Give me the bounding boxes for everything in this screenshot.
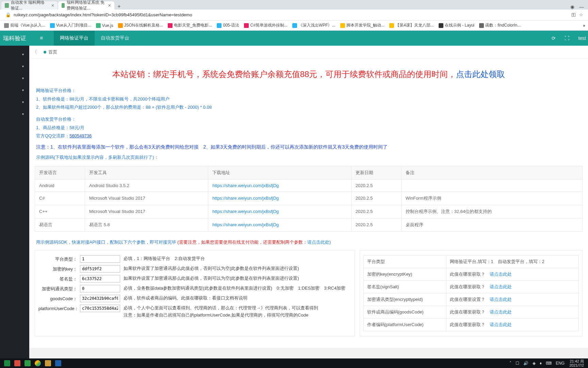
bookmark-item[interactable]: 【第4课】天龙八部... — [388, 22, 435, 29]
table-header: 更新日期 — [351, 166, 401, 179]
refresh-icon[interactable]: ⟳ — [552, 35, 556, 41]
field-label: 加密码通讯类型： — [38, 285, 80, 292]
table-header: 开发语言 — [35, 166, 85, 179]
back-icon[interactable]: 〈 — [32, 49, 40, 55]
field-hint: 必填，个人中心里面可以查看得到。代理商的话，那么在：代理管理→》代理商列表，可以… — [124, 305, 351, 319]
brand-logo: 瑞科验证 — [0, 34, 29, 42]
pricing-network: 网络验证平台价格： 1、软件价格是：88元/月，不限生成卡密和账号，共2000个… — [29, 87, 588, 112]
field-hint: 必填，1：网络验证平台 2:自动发货平台 — [124, 255, 351, 262]
browser-tab[interactable]: 瑞科网络验证系统 免费网络验证... × — [58, 1, 114, 10]
table-row: C++Microsoft Visual Studio 2017https://s… — [35, 205, 583, 218]
field-label: platformUserCode： — [38, 305, 80, 312]
url-text[interactable]: ruikeyz.com/page/backstage/index.html?to… — [14, 12, 192, 17]
bookmark-item[interactable]: 前端《Vue.js从入... — [3, 22, 47, 29]
bookmark-item[interactable]: 在线示例 - Layui — [437, 22, 476, 29]
table-row: C#Microsoft Visual Studio 2017https://sh… — [35, 191, 583, 205]
minimize-icon[interactable]: — — [579, 4, 584, 10]
user-icon[interactable]: ◉ — [570, 4, 574, 10]
sdk-instructions: 用示例源码SDK，快速对接API接口，配制以下六个参数，即可对接完毕 (需要注意… — [29, 234, 588, 250]
browser-tab-strip: 自动发卡 瑞科网络验证... × 瑞科网络验证系统 免费网络验证... × + … — [0, 0, 588, 10]
bookmark-item[interactable]: Vue从入门到项目... — [49, 22, 93, 29]
nav-auto-ship[interactable]: 自动发货平台 — [95, 31, 135, 46]
key-icon[interactable]: ⚿ — [571, 12, 576, 17]
field-label: goodsCode： — [38, 295, 80, 302]
main-panel: 〈 首页 本站促销：绑定手机号，系统会免费给账户余额充值88元，可用于续费软件或… — [29, 46, 588, 358]
page-tabbar: 〈 首页 — [29, 46, 588, 59]
param-form: 平台类型：必填，1：网络验证平台 2:自动发货平台加密的key：如果软件设置了加… — [35, 250, 355, 336]
chevron-down-icon[interactable]: ▾ — [0, 108, 29, 120]
ref-link[interactable]: 请点击此处 — [490, 272, 512, 277]
fullscreen-icon[interactable]: ⛶ — [565, 35, 569, 41]
app-header: 瑞科验证 ≡ 网络验证平台 自动发货平台 ⟳ ⛶ test — [0, 31, 588, 46]
field-hint: 如果软件设置了加密通讯那么此值必填，否则可以为空(此参数是在软件列表里面进行设置… — [124, 265, 351, 272]
table-row: 作者编码(platformUserCode)此值在哪里获取？ 请点击此处 — [363, 318, 578, 331]
chevron-down-icon[interactable]: ▾ — [0, 96, 29, 108]
table-row: 加密的key(encryptKey)此值在哪里获取？ 请点击此处 — [363, 268, 578, 280]
close-icon[interactable]: × — [108, 3, 111, 8]
close-icon[interactable]: × — [51, 3, 54, 8]
table-row: 软件或商品编码(goodsCode)此值在哪里获取？ 请点击此处 — [363, 306, 578, 318]
bookmark-item[interactable]: 《深入浅出WPF》... — [291, 22, 337, 29]
tab-title: 瑞科网络验证系统 免费网络验证... — [67, 0, 105, 11]
hamburger-icon[interactable]: ≡ — [29, 31, 54, 46]
new-tab-button[interactable]: + — [115, 3, 123, 10]
param-input[interactable] — [80, 255, 120, 263]
download-link[interactable]: https://share.weiyun.com/jxBsfjDg — [212, 196, 279, 201]
bookmark-item[interactable]: C#简单游戏外挂制... — [243, 22, 289, 29]
ref-link[interactable]: 请点击此处 — [490, 309, 512, 315]
table-header: 备注 — [401, 166, 582, 179]
source-note: 示例源码(下载地址如果没显示内容，多刷新几次页面就行了)： — [29, 152, 588, 163]
sidebar: ▾ ▾ ▾ ▾ ▾ ▾ — [0, 46, 29, 358]
nav-network-verify[interactable]: 网络验证平台 — [54, 31, 95, 46]
field-hint: 必填，业务数据data参数加密码通讯类型(此参数是在软件列表里面进行设置) 0:… — [124, 285, 351, 292]
star-icon[interactable]: ☆ — [579, 12, 583, 17]
param-input[interactable] — [80, 275, 120, 282]
tab-home[interactable]: 首页 — [40, 48, 61, 57]
promo-banner: 本站促销：绑定手机号，系统会免费给账户余额充值88元，可用于续费软件或商品的使用… — [29, 63, 588, 87]
lock-icon: 🔒 — [5, 12, 11, 17]
ref-link[interactable]: 请点击此处 — [490, 297, 512, 302]
param-reference: 平台类型网络验证平台,填写：1 自动发货平台，填写：2加密的key(encryp… — [360, 250, 583, 336]
table-row: 签名盐(signSalt)此值在哪里获取？ 请点击此处 — [363, 280, 578, 293]
chevron-down-icon[interactable]: ▾ — [0, 48, 29, 60]
tab-title: 自动发卡 瑞科网络验证... — [11, 0, 49, 11]
table-row: 平台类型网络验证平台,填写：1 自动发货平台，填写：2 — [363, 255, 578, 268]
browser-tab[interactable]: 自动发卡 瑞科网络验证... × — [1, 1, 58, 10]
promo-link[interactable]: 点击此处领取 — [456, 70, 505, 79]
bookmarks-bar: 前端《Vue.js从入...Vue从入门到项目...Vue.jsJSON在线解析… — [0, 20, 588, 31]
username[interactable]: test — [578, 35, 586, 41]
bookmark-item[interactable]: Vue.js — [95, 22, 115, 29]
bookmark-item[interactable]: 电影天堂_免费电影... — [166, 22, 214, 29]
sdk-pay-link[interactable]: 请点击此处 — [307, 240, 329, 245]
ref-link[interactable]: 请点击此处 — [490, 322, 512, 327]
chevron-down-icon[interactable]: ▾ — [0, 84, 29, 96]
active-dot-icon — [44, 51, 46, 53]
bookmark-item[interactable]: JSON在线解析及格... — [117, 22, 164, 29]
tab-label: 首页 — [48, 49, 57, 55]
chevron-down-icon[interactable]: ▾ — [0, 72, 29, 84]
table-row: 加密通讯类型(encrypttypeid)此值在哪里设置？ 请点击此处 — [363, 293, 578, 306]
table-row: AndroidAndroid Studio 3.5.2https://share… — [35, 179, 583, 191]
bookmark-item[interactable]: 脚本开发学院_触动... — [339, 22, 386, 29]
bookmark-item[interactable]: 函数：findColorIn... — [478, 22, 522, 29]
field-label: 加密的key： — [38, 265, 80, 272]
field-label: 签名盐： — [38, 275, 80, 282]
param-input[interactable] — [80, 285, 120, 292]
overflow-icon[interactable]: » — [583, 23, 585, 28]
field-label: 平台类型： — [38, 255, 80, 262]
download-link[interactable]: https://share.weiyun.com/jxBsfjDg — [212, 222, 279, 227]
param-input[interactable] — [80, 265, 120, 273]
ref-link[interactable]: 请点击此处 — [490, 284, 512, 289]
field-hint: 如果软件设置了加密通讯那么此值必填，否则可以为空(此参数是在软件列表里面进行设置… — [124, 275, 351, 282]
bookmark-item[interactable]: 005-语法 — [215, 22, 241, 29]
table-header: 开发工具 — [85, 166, 208, 179]
param-input[interactable] — [80, 295, 120, 302]
table-row: 易语言易语言 5.8https://share.weiyun.com/jxBsf… — [35, 218, 583, 231]
pricing-ship: 自动发货平台价格： 1、商品价格是：58元/月 官方QQ交流群：56054973… — [29, 115, 588, 152]
chevron-down-icon[interactable]: ▾ — [0, 60, 29, 72]
download-link[interactable]: https://share.weiyun.com/jxBsfjDg — [212, 183, 279, 188]
sdk-table: 开发语言开发工具下载地址更新日期备注 AndroidAndroid Studio… — [35, 166, 583, 232]
download-link[interactable]: https://share.weiyun.com/jxBsfjDg — [212, 209, 279, 214]
param-input[interactable] — [80, 305, 120, 312]
qq-group-link[interactable]: 560549736 — [69, 133, 92, 138]
